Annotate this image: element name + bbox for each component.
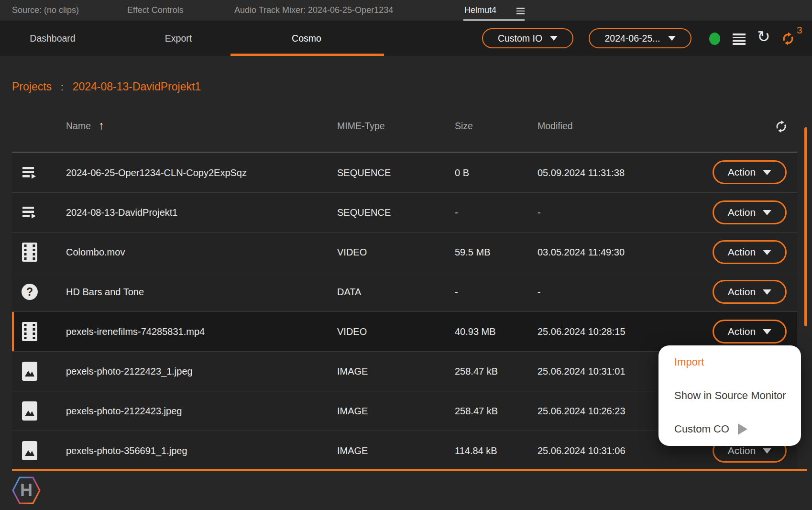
vertical-scrollbar-thumb[interactable]	[804, 127, 807, 326]
table-row[interactable]: ? HD Bars and Tone DATA - - Action	[12, 272, 797, 311]
film-icon	[22, 243, 37, 262]
file-size: -	[455, 207, 458, 218]
tab-effect-controls[interactable]: Effect Controls	[127, 0, 184, 21]
logo-letter: H	[20, 480, 33, 500]
helmut-nav-bar: Dashboard Export Cosmo Custom IO 2024-06…	[0, 21, 812, 56]
breadcrumb-separator: :	[61, 82, 64, 93]
menu-item-custom-co[interactable]: Custom CO	[674, 412, 791, 446]
mime-type: IMAGE	[337, 406, 368, 417]
tab-source-monitor[interactable]: Source: (no clips)	[12, 0, 79, 21]
mime-type: SEQUENCE	[337, 207, 391, 218]
submenu-arrow-icon	[738, 423, 747, 435]
sequence-icon	[22, 206, 37, 219]
file-name: Colombo.mov	[66, 247, 125, 258]
mime-type: IMAGE	[337, 445, 368, 456]
menu-lines-icon[interactable]	[733, 33, 746, 46]
active-panel-underline	[463, 19, 525, 21]
file-size: 0 B	[455, 167, 469, 178]
menu-item-show-in-source-monitor[interactable]: Show in Source Monitor	[674, 379, 791, 412]
chevron-down-icon	[763, 289, 771, 295]
connection-status-indicator	[709, 33, 720, 45]
chevron-down-icon	[763, 170, 771, 175]
file-name: pexels-photo-2122423_1.jpeg	[66, 366, 193, 377]
tab-cosmo[interactable]: Cosmo	[292, 21, 321, 56]
breadcrumb-current-project[interactable]: 2024-08-13-DavidProjekt1	[73, 80, 201, 93]
tab-export[interactable]: Export	[165, 21, 192, 56]
project-dropdown[interactable]: 2024-06-25...	[589, 28, 691, 48]
film-icon	[22, 322, 37, 341]
breadcrumb: Projects : 2024-08-13-DavidProjekt1	[12, 80, 201, 93]
action-button[interactable]: Action	[713, 240, 787, 264]
sequence-icon	[22, 166, 37, 179]
menu-item-import[interactable]: Import	[674, 345, 791, 379]
column-header-name[interactable]: Name	[66, 121, 91, 132]
modified-date: -	[538, 287, 541, 298]
file-size: 258.47 kB	[455, 366, 498, 377]
file-name: HD Bars and Tone	[66, 287, 144, 298]
tab-audio-track-mixer[interactable]: Audio Track Mixer: 2024-06-25-Oper1234	[234, 0, 393, 21]
table-bottom-divider	[12, 469, 807, 471]
chevron-down-icon	[763, 210, 771, 215]
table-row[interactable]: Colombo.mov VIDEO 59.5 MB 03.05.2024 11:…	[12, 232, 797, 272]
action-button[interactable]: Action	[713, 280, 787, 304]
file-size: 258.47 kB	[455, 406, 498, 417]
image-icon	[22, 362, 37, 381]
action-button-open[interactable]: Action	[713, 320, 787, 344]
breadcrumb-projects-link[interactable]: Projects	[12, 80, 52, 93]
active-tab-underline	[230, 54, 384, 56]
chevron-down-icon	[668, 36, 676, 41]
custom-io-dropdown[interactable]: Custom IO	[482, 28, 573, 48]
modified-date: 03.05.2024 11:49:30	[538, 247, 625, 258]
action-context-menu: Import Show in Source Monitor Custom CO	[658, 345, 801, 446]
helmut4-panel: Source: (no clips) Effect Controls Audio…	[0, 0, 812, 510]
file-size: 40.93 MB	[455, 326, 496, 337]
action-button[interactable]: Action	[713, 160, 787, 184]
chevron-down-icon	[763, 448, 771, 454]
modified-date: 25.06.2024 10:31:06	[538, 445, 625, 456]
file-name: pexels-photo-356691_1.jpeg	[66, 445, 187, 456]
tab-helmut4[interactable]: Helmut4	[464, 0, 496, 21]
panel-menu-icon[interactable]	[516, 8, 525, 16]
helmut4-logo: H	[12, 475, 41, 506]
mime-type: VIDEO	[337, 247, 367, 258]
table-row[interactable]: 2024-08-13-DavidProjekt1 SEQUENCE - - Ac…	[12, 192, 797, 232]
column-header-size[interactable]: Size	[455, 121, 473, 132]
table-refresh-icon[interactable]	[775, 120, 788, 133]
column-header-modified[interactable]: Modified	[538, 121, 573, 132]
sort-ascending-icon[interactable]: ↑	[99, 119, 104, 132]
refresh-icon[interactable]: ↻	[757, 29, 770, 44]
modified-date: -	[538, 207, 541, 218]
action-button[interactable]: Action	[713, 200, 787, 224]
file-name: 2024-06-25-Oper1234-CLN-Copy2ExpSqz	[66, 167, 247, 178]
file-size: 59.5 MB	[455, 247, 490, 258]
modified-date: 25.06.2024 10:26:23	[538, 406, 625, 417]
panel-tab-bar: Source: (no clips) Effect Controls Audio…	[0, 0, 812, 21]
help-icon: ?	[21, 283, 39, 301]
tab-dashboard[interactable]: Dashboard	[30, 21, 75, 56]
table-row[interactable]: 2024-06-25-Oper1234-CLN-Copy2ExpSqz SEQU…	[12, 153, 797, 192]
modified-date: 25.06.2024 10:31:01	[538, 366, 625, 377]
file-name: pexels-irenefilms-74285831.mp4	[66, 326, 205, 337]
svg-text:?: ?	[26, 286, 33, 298]
file-name: 2024-08-13-DavidProjekt1	[66, 207, 177, 218]
image-icon	[22, 441, 37, 460]
mime-type: SEQUENCE	[337, 167, 391, 178]
chevron-down-icon	[763, 250, 771, 255]
mime-type: DATA	[337, 287, 361, 298]
modified-date: 05.09.2024 11:31:38	[538, 167, 625, 178]
chevron-down-icon	[550, 36, 558, 41]
sync-icon[interactable]	[781, 32, 795, 45]
image-icon	[22, 401, 37, 421]
chevron-down-icon	[763, 329, 771, 334]
file-size: -	[455, 287, 458, 298]
column-header-mime[interactable]: MIME-Type	[337, 121, 385, 132]
mime-type: VIDEO	[337, 326, 367, 337]
mime-type: IMAGE	[337, 366, 368, 377]
modified-date: 25.06.2024 10:28:15	[538, 326, 625, 337]
sync-count-badge: 3	[797, 24, 802, 36]
file-name: pexels-photo-2122423.jpeg	[66, 406, 182, 417]
file-size: 114.84 kB	[455, 445, 497, 456]
